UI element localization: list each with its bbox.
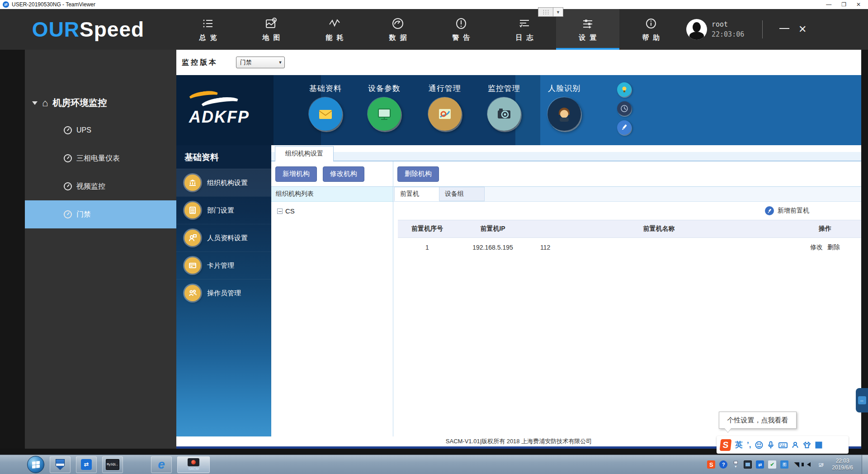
tv-maximize-button[interactable]: ❐ — [841, 1, 846, 8]
org-tree: CS — [271, 202, 393, 436]
nav-overview[interactable]: 总览 — [176, 9, 240, 50]
route-map-icon[interactable] — [428, 97, 462, 131]
tray-network-icon[interactable]: 🖳 — [817, 460, 825, 469]
nav-data[interactable]: 数据 — [366, 9, 429, 50]
teamviewer-toolbar-widget[interactable]: ▼ — [538, 7, 563, 17]
clock-icon[interactable] — [617, 101, 632, 116]
nav-help[interactable]: 帮助 — [619, 9, 683, 50]
tray-sogou-icon[interactable]: S — [707, 460, 715, 469]
microphone-icon[interactable] — [767, 441, 774, 449]
edge-slide-handle[interactable]: ⇔ — [856, 388, 868, 412]
tab-device-group[interactable]: 设备组 — [439, 187, 485, 201]
start-button[interactable] — [27, 456, 44, 473]
log-icon — [518, 17, 531, 30]
sacm-label: SACM — [188, 467, 198, 471]
taskbar-mysql[interactable]: MySQL. — [102, 456, 123, 473]
feature-access-management[interactable]: 通行管理 — [421, 83, 468, 131]
books-icon — [184, 202, 201, 218]
envelope-icon[interactable] — [309, 97, 342, 131]
app-window: OURSpeed 总览 地图 能耗 — [0, 9, 868, 449]
feature-face-recognition[interactable]: 人脸识别 — [541, 83, 588, 131]
submenu-item-operators[interactable]: 操作员管理 — [176, 279, 271, 307]
sidebar-item-power-meter[interactable]: 三相电量仪表 — [25, 144, 176, 172]
person-icon[interactable] — [792, 441, 799, 449]
taskbar-monitoring-app[interactable] — [50, 456, 71, 473]
avatar[interactable] — [686, 19, 707, 40]
tray-hidden-icons[interactable]: ▾ — [731, 460, 740, 469]
tray-satellite-icon[interactable]: ◥ — [793, 460, 801, 469]
submenu-item-personnel[interactable]: 人员资料设置 — [176, 224, 271, 251]
face-icon[interactable] — [547, 97, 581, 131]
add-org-button[interactable]: 新增机构 — [275, 166, 317, 182]
emoji-icon[interactable] — [755, 441, 763, 449]
nav-settings[interactable]: 设置 — [556, 9, 619, 50]
tray-safely-remove-icon[interactable]: ✔ — [768, 460, 776, 469]
submenu-item-department[interactable]: 部门设置 — [176, 196, 271, 224]
language-mode-toggle[interactable]: 英 — [735, 440, 743, 450]
nav-map[interactable]: 地图 — [240, 9, 303, 50]
gauge-bullet-icon — [64, 210, 72, 218]
tray-teamviewer-icon[interactable]: ⇄ — [756, 460, 764, 469]
feature-basic-info[interactable]: 基础资料 — [302, 83, 349, 131]
nav-alert[interactable]: 警告 — [429, 9, 493, 50]
chevron-down-icon[interactable]: ▼ — [553, 7, 563, 17]
version-select[interactable]: 门禁 ▼ — [236, 57, 285, 68]
org-list-header: 组织机构列表 — [271, 187, 393, 202]
person-card-icon — [184, 230, 201, 246]
gauge-bullet-icon — [64, 154, 72, 162]
pencil-icon[interactable] — [617, 120, 632, 135]
add-front-machine-row: 新增前置机 — [393, 202, 861, 220]
row-edit-link[interactable]: 修改 — [810, 243, 823, 251]
taskbar-clock[interactable]: 22:03 2019/6/6 — [832, 458, 853, 471]
delete-org-button[interactable]: 删除机构 — [397, 166, 439, 182]
row-delete-link[interactable]: 删除 — [827, 243, 840, 251]
add-front-machine-link[interactable]: 新增前置机 — [778, 207, 809, 215]
feature-monitor-management[interactable]: 监控管理 — [481, 83, 528, 131]
pencil-circle-icon[interactable] — [765, 206, 774, 215]
sidebar-item-access-control[interactable]: 门禁 — [25, 200, 176, 228]
tray-picture-icon[interactable]: 图 — [780, 460, 788, 469]
submenu-item-organization[interactable]: 组织机构设置 — [176, 169, 271, 196]
bulb-icon[interactable] — [617, 82, 632, 97]
keyboard-icon[interactable] — [778, 441, 788, 449]
punctuation-icon[interactable]: ’, — [747, 441, 751, 450]
taskbar-sacm-active[interactable]: SACM — [177, 456, 210, 473]
tray-help-icon[interactable]: ? — [719, 460, 727, 469]
app-minimize-button[interactable] — [775, 25, 793, 33]
user-area[interactable]: root 22:03:06 — [686, 9, 744, 50]
tree-collapse-icon[interactable] — [277, 209, 283, 214]
feature-device-params[interactable]: 设备参数 — [361, 83, 408, 131]
detail-column: 删除机构 前置机 设备组 新 — [393, 161, 861, 436]
app-close-button[interactable]: ✕ — [793, 24, 811, 35]
detail-tabs: 前置机 设备组 — [393, 187, 861, 202]
tree-expand-arrow-icon[interactable] — [32, 101, 38, 105]
sacm-camera-icon — [188, 458, 199, 466]
teamviewer-grid-icon[interactable] — [538, 7, 553, 17]
sidebar-item-ups[interactable]: UPS — [25, 116, 176, 144]
tree-node-cs[interactable]: CS — [277, 207, 393, 215]
tab-front-machine[interactable]: 前置机 — [394, 187, 439, 201]
tray-volume-icon[interactable] — [805, 460, 813, 469]
sogou-logo-icon[interactable]: S — [720, 439, 732, 451]
submenu-item-cards[interactable]: 卡片管理 — [176, 251, 271, 279]
edit-org-button[interactable]: 修改机构 — [323, 166, 364, 182]
cell-name: 112 — [529, 238, 789, 257]
skin-shirt-icon[interactable] — [803, 441, 811, 449]
monitor-icon[interactable] — [368, 97, 401, 131]
tv-minimize-button[interactable]: — — [826, 1, 831, 8]
show-desktop-button[interactable] — [862, 455, 868, 474]
taskbar-teamviewer[interactable]: ⇄ — [76, 456, 97, 473]
tab-organization-settings[interactable]: 组织机构设置 — [275, 146, 334, 161]
nav-energy[interactable]: 能耗 — [303, 9, 366, 50]
tray-monitor-icon[interactable] — [744, 460, 752, 469]
tv-close-button[interactable]: ✕ — [856, 1, 861, 8]
mysql-icon: MySQL. — [106, 459, 119, 470]
left-black-strip — [0, 50, 25, 449]
camera-icon[interactable] — [487, 97, 521, 131]
sidebar-item-video[interactable]: 视频监控 — [25, 172, 176, 200]
sidebar-root-node[interactable]: ⌂ 机房环境监控 — [25, 50, 176, 109]
content-tabstrip: 组织机构设置 — [271, 145, 861, 161]
toolbox-grid-icon[interactable] — [815, 441, 822, 449]
sogou-tooltip[interactable]: 个性设置，点我看看 — [719, 412, 797, 429]
taskbar-internet-explorer[interactable]: e — [151, 456, 172, 473]
